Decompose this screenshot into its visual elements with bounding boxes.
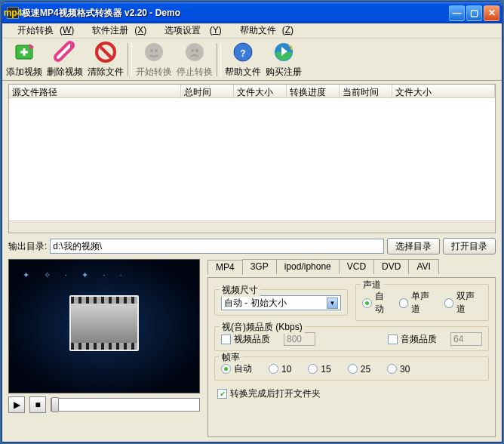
svg-point-6 <box>191 49 194 52</box>
menubar: 开始转换(W) 软件注册(X) 选项设置 (Y) 帮助文件(Z) <box>2 23 502 39</box>
sound-legend: 声道 <box>361 279 383 291</box>
settings-panel: MP4 3GP ipod/iphone VCD DVD AVI 视频尺寸 自动 … <box>207 259 496 437</box>
seek-thumb[interactable] <box>51 397 59 412</box>
window-minimize-button[interactable]: — <box>449 5 465 21</box>
file-list-body[interactable] <box>9 98 495 220</box>
radio-fps-10[interactable]: 10 <box>269 364 291 375</box>
window-maximize-button[interactable]: ▢ <box>466 5 482 21</box>
tab-mp4[interactable]: MP4 <box>207 260 243 275</box>
video-quality-input <box>284 332 315 346</box>
app-icon: mp4 <box>7 7 19 19</box>
svg-point-2 <box>145 43 163 61</box>
tab-vcd[interactable]: VCD <box>339 259 374 274</box>
fps-legend: 帧率 <box>220 351 242 364</box>
col-path[interactable]: 源文件路径 <box>9 85 181 97</box>
svg-point-4 <box>155 49 158 52</box>
radio-channel-stereo[interactable]: 双声道 <box>444 290 482 316</box>
check-open-folder-after[interactable]: 转换完成后打开文件夹 <box>217 387 321 400</box>
video-size-legend: 视频尺寸 <box>220 284 260 297</box>
toolbar: 添加视频 删除视频 清除文件 开始转换 停止转换 ? 帮助文件 购买注册 <box>2 39 502 81</box>
file-list-hscroll[interactable] <box>9 220 495 233</box>
radio-fps-15[interactable]: 15 <box>308 364 330 375</box>
file-list: 源文件路径 总时间 文件大小 转换进度 当前时间 文件大小 <box>8 84 496 233</box>
radio-channel-auto[interactable]: 自动 <box>362 290 392 316</box>
radio-fps-auto[interactable]: 自动 <box>221 362 252 375</box>
format-tabs: MP4 3GP ipod/iphone VCD DVD AVI <box>207 259 496 274</box>
svg-point-7 <box>195 49 198 52</box>
start-convert-icon <box>142 40 166 64</box>
output-label: 输出目录: <box>8 240 47 253</box>
play-button[interactable]: ▶ <box>8 396 25 413</box>
radio-channel-mono[interactable]: 单声道 <box>399 290 437 316</box>
window-title: 极速MP4视频格式转换器 v2.20 - Demo <box>22 7 449 20</box>
radio-fps-30[interactable]: 30 <box>387 364 410 375</box>
video-size-select[interactable]: 自动 - 初始大小 ▼ <box>221 295 341 310</box>
col-progress[interactable]: 转换进度 <box>287 85 340 97</box>
menu-help[interactable]: 帮助文件(Z) <box>228 23 300 39</box>
buy-register-button[interactable]: 购买注册 <box>263 40 304 79</box>
svg-point-5 <box>186 43 204 61</box>
choose-dir-button[interactable]: 选择目录 <box>387 238 440 254</box>
tab-3gp[interactable]: 3GP <box>242 259 277 274</box>
clear-files-button[interactable]: 清除文件 <box>85 40 126 79</box>
tab-avi[interactable]: AVI <box>408 259 438 274</box>
titlebar: mp4 极速MP4视频格式转换器 v2.20 - Demo — ▢ ✕ <box>2 2 502 23</box>
delete-icon <box>53 40 77 64</box>
check-audio-quality[interactable]: 音频品质 <box>388 333 437 346</box>
help-file-button[interactable]: ? 帮助文件 <box>223 40 263 79</box>
svg-point-3 <box>150 49 153 52</box>
app-window: mp4 极速MP4视频格式转换器 v2.20 - Demo — ▢ ✕ 开始转换… <box>2 2 502 442</box>
video-size-group: 视频尺寸 自动 - 初始大小 ▼ <box>214 289 348 316</box>
stop-playback-button[interactable]: ■ <box>29 396 46 413</box>
col-size2[interactable]: 文件大小 <box>392 85 495 97</box>
clear-icon <box>94 40 118 64</box>
video-size-value: 自动 - 初始大小 <box>224 297 287 310</box>
tab-ipod[interactable]: ipod/iphone <box>276 259 340 274</box>
toolbar-separator-1 <box>128 43 132 76</box>
menu-register[interactable]: 软件注册(X) <box>80 23 152 39</box>
sound-channel-group: 声道 自动 单声道 双声道 <box>355 284 489 321</box>
quality-group: 视(音)频品质 (Kbps) 视频品质 音频品质 <box>214 326 489 351</box>
audio-quality-input <box>450 332 482 346</box>
chevron-down-icon: ▼ <box>327 298 338 309</box>
tab-dvd[interactable]: DVD <box>373 259 409 274</box>
output-row: 输出目录: 选择目录 打开目录 <box>8 238 496 254</box>
seek-slider[interactable] <box>51 398 200 412</box>
col-total[interactable]: 总时间 <box>181 85 234 97</box>
radio-fps-25[interactable]: 25 <box>348 364 370 375</box>
menu-options[interactable]: 选项设置 (Y) <box>152 23 227 39</box>
output-path-input[interactable] <box>50 239 384 254</box>
delete-video-button[interactable]: 删除视频 <box>45 40 85 79</box>
start-convert-button[interactable]: 开始转换 <box>134 40 174 79</box>
open-dir-button[interactable]: 打开目录 <box>443 238 496 254</box>
fps-group: 帧率 自动 10 15 25 30 <box>214 356 489 381</box>
add-video-button[interactable]: 添加视频 <box>4 40 45 79</box>
preview-panel: ▶ ■ <box>8 259 200 437</box>
col-size1[interactable]: 文件大小 <box>234 85 287 97</box>
buy-icon <box>272 40 296 64</box>
file-list-header: 源文件路径 总时间 文件大小 转换进度 当前时间 文件大小 <box>9 85 495 98</box>
check-video-quality[interactable]: 视频品质 <box>221 333 270 346</box>
film-icon <box>69 295 139 351</box>
stop-convert-button[interactable]: 停止转换 <box>174 40 215 79</box>
preview-image <box>8 259 200 393</box>
quality-legend: 视(音)频品质 (Kbps) <box>220 321 305 334</box>
stop-convert-icon <box>183 40 207 64</box>
menu-start[interactable]: 开始转换(W) <box>5 23 80 39</box>
help-icon: ? <box>231 40 255 64</box>
toolbar-separator-2 <box>217 43 221 76</box>
add-icon <box>12 40 36 64</box>
svg-text:?: ? <box>240 48 245 59</box>
window-close-button[interactable]: ✕ <box>484 5 499 21</box>
col-current[interactable]: 当前时间 <box>340 85 392 97</box>
